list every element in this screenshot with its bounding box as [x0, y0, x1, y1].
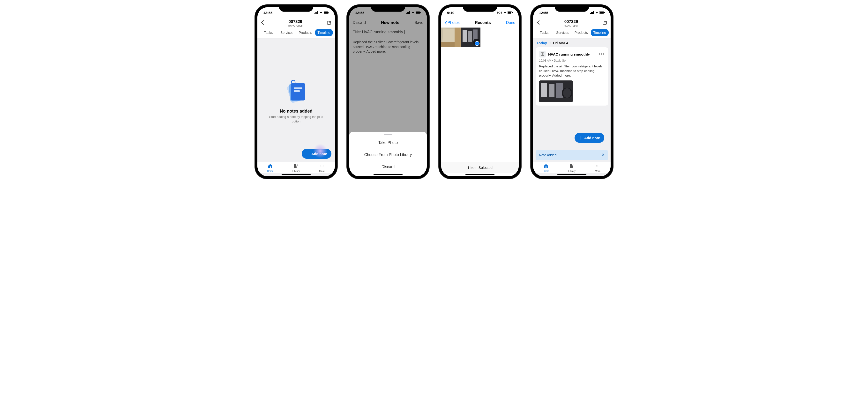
sheet-discard[interactable]: Discard — [349, 161, 427, 173]
discard-button[interactable]: Discard — [353, 21, 366, 25]
nav-library[interactable]: Library — [559, 164, 585, 172]
save-button[interactable]: Save — [415, 21, 423, 25]
nav-home[interactable]: Home — [533, 164, 559, 172]
photo-thumbnail-2[interactable]: ✓ — [461, 28, 480, 47]
toast-close-button[interactable] — [601, 153, 605, 157]
chevron-left-icon — [445, 21, 447, 25]
card-header: HVAC running smoothly ••• — [539, 51, 605, 58]
nav-library-label: Library — [568, 170, 576, 172]
battery-icon — [324, 11, 329, 14]
toast-note-added: Note added! — [536, 150, 608, 160]
text-cursor — [403, 30, 404, 34]
picker-title: Recents — [475, 20, 491, 25]
tab-products[interactable]: Products — [572, 29, 590, 36]
screen-4: 12:55 007329 HVAC repair Tasks Services … — [533, 7, 611, 176]
notch — [279, 5, 313, 11]
today-button[interactable]: Today — [536, 41, 547, 45]
svg-rect-21 — [407, 12, 408, 14]
svg-rect-32 — [513, 12, 513, 13]
add-note-fab[interactable]: Add note — [302, 149, 332, 159]
home-indicator[interactable] — [465, 174, 494, 175]
selection-bar: 1 Item Selected — [441, 162, 519, 173]
svg-rect-44 — [592, 12, 593, 14]
tab-services[interactable]: Services — [554, 29, 572, 36]
note-header: Discard New note Save — [349, 18, 427, 28]
svg-rect-59 — [572, 165, 574, 168]
add-note-fab[interactable]: Add note — [575, 133, 604, 143]
svg-rect-26 — [421, 12, 421, 13]
svg-rect-57 — [570, 164, 571, 168]
tab-tasks[interactable]: Tasks — [259, 29, 277, 36]
svg-rect-38 — [463, 30, 467, 42]
nav-more[interactable]: More — [585, 164, 611, 172]
tab-tasks[interactable]: Tasks — [535, 29, 553, 36]
tab-timeline[interactable]: Timeline — [315, 29, 333, 36]
home-indicator[interactable] — [374, 174, 403, 175]
card-image[interactable] — [539, 80, 573, 102]
note-card[interactable]: HVAC running smoothly ••• 10:03 AM • Dav… — [536, 47, 608, 106]
title-value: HVAC running smoothly — [362, 30, 403, 34]
separator-dot: • — [549, 41, 551, 45]
more-icon — [595, 164, 600, 169]
wifi-icon — [411, 11, 415, 14]
sheet-choose-library[interactable]: Choose From Photo Library — [349, 149, 427, 161]
done-button[interactable]: Done — [506, 21, 515, 25]
card-body: Replaced the air filter. Low refrigerant… — [539, 64, 605, 78]
sheet-grabber[interactable] — [384, 134, 393, 135]
external-link-icon[interactable] — [327, 20, 332, 26]
card-meta: 10:03 AM • David So — [539, 59, 605, 62]
status-icons — [590, 11, 605, 14]
photo-grid[interactable]: ✓ — [441, 28, 519, 162]
nav-more[interactable]: More — [309, 164, 335, 172]
bottom-nav: Home Library More — [257, 162, 335, 173]
empty-state: No notes added Start adding a note by ta… — [257, 38, 335, 162]
back-button[interactable] — [261, 20, 264, 26]
plus-icon — [579, 136, 583, 140]
content-area: Today • Fri Mar 4 HVAC running smoothly … — [533, 38, 611, 162]
battery-icon — [507, 11, 513, 14]
battery-icon — [415, 11, 421, 14]
svg-rect-5 — [324, 11, 328, 13]
svg-rect-47 — [600, 11, 604, 13]
svg-rect-22 — [408, 12, 409, 14]
status-time: 9:10 — [447, 11, 454, 15]
tab-products[interactable]: Products — [296, 29, 314, 36]
back-button[interactable] — [536, 20, 540, 26]
photo-picker-header: Photos Recents Done — [441, 18, 519, 28]
note-title-field[interactable]: Title: HVAC running smoothly — [349, 28, 427, 37]
status-sos: SOS — [497, 11, 502, 14]
nav-library[interactable]: Library — [283, 164, 309, 172]
svg-rect-50 — [541, 53, 544, 56]
wifi-icon — [595, 11, 598, 14]
tab-timeline[interactable]: Timeline — [591, 29, 609, 36]
svg-point-60 — [596, 166, 597, 166]
fab-label: Add note — [584, 136, 600, 140]
header-title-wrap: 007329 HVAC repair — [264, 19, 327, 27]
nav-home[interactable]: Home — [257, 164, 283, 172]
status-time: 12:55 — [539, 11, 548, 15]
phone-frame-2: 12:55 Discard New note Save Title: HVAC … — [347, 5, 429, 179]
external-link-icon[interactable] — [602, 20, 607, 26]
note-body-text: Replaced the air filter. Low refrigerant… — [353, 40, 423, 54]
close-icon — [601, 153, 605, 156]
timeline-header: Today • Fri Mar 4 — [533, 38, 611, 47]
nav-header: 007329 HVAC repair — [257, 18, 335, 29]
nav-more-label: More — [319, 170, 324, 172]
content-area: No notes added Start adding a note by ta… — [257, 38, 335, 162]
note-icon — [539, 51, 546, 58]
svg-rect-3 — [317, 11, 318, 14]
notch — [463, 5, 497, 11]
title-prefix: Title: — [353, 30, 361, 34]
home-indicator[interactable] — [282, 174, 311, 175]
nav-home-label: Home — [543, 170, 549, 172]
library-icon — [569, 164, 574, 169]
phone-frame-1: 12:55 007329 HVAC repair Tasks Services … — [255, 5, 337, 179]
photo-thumbnail-1[interactable] — [441, 28, 461, 47]
sheet-take-photo[interactable]: Take Photo — [349, 137, 427, 149]
home-indicator[interactable] — [557, 174, 586, 175]
svg-rect-25 — [416, 11, 420, 13]
photos-back-button[interactable]: Photos — [445, 21, 460, 25]
card-more-button[interactable]: ••• — [599, 52, 605, 57]
tab-services[interactable]: Services — [278, 29, 296, 36]
wifi-icon — [319, 11, 323, 14]
